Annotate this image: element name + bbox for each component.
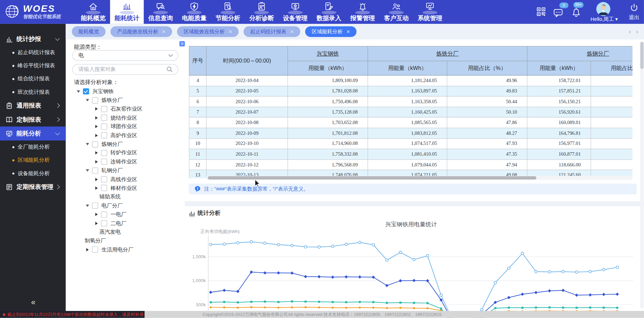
- column-header-兴宝钢铁[interactable]: 兴宝钢铁: [288, 46, 368, 61]
- nav-item-电能质量[interactable]: 电能质量: [177, 0, 211, 24]
- sidebar-group-通用报表[interactable]: 通用报表: [0, 98, 66, 113]
- column-header-炼钢分厂[interactable]: 炼钢分厂: [527, 46, 632, 61]
- tree-node-高线作业区[interactable]: 高线作业区: [66, 175, 182, 184]
- tab-起止码统计报表[interactable]: 起止码统计报表✕: [244, 26, 300, 37]
- tree-toggle-collapsed-icon[interactable]: [94, 187, 99, 190]
- sidebar-item-起止码统计报表[interactable]: 起止码统计报表: [0, 46, 66, 59]
- tree-toggle-collapsed-icon[interactable]: [94, 134, 99, 137]
- tree-toggle-collapsed-icon[interactable]: [94, 178, 99, 181]
- close-tab-icon[interactable]: ✕: [290, 29, 294, 34]
- nav-item-报警管理[interactable]: 报警管理: [346, 0, 379, 24]
- tree-toggle-collapsed-icon[interactable]: [94, 213, 99, 216]
- tab-产品能效在线分析[interactable]: 产品能效在线分析✕: [111, 26, 172, 37]
- column-header-炼铁分厂[interactable]: 炼铁分厂: [368, 46, 527, 61]
- sidebar-item-全厂能耗分析[interactable]: 全厂能耗分析: [0, 141, 66, 154]
- nav-item-数据录入[interactable]: 数据录入: [312, 0, 346, 24]
- tree-node-炼钢分厂[interactable]: 炼钢分厂: [66, 140, 182, 149]
- sidebar-group-定期报表管理[interactable]: 定期报表管理: [0, 180, 66, 194]
- tree-checkbox-unchecked[interactable]: [92, 167, 98, 173]
- nav-item-客户互动[interactable]: 客户互动: [379, 0, 413, 24]
- tabs-scroll-right-icon[interactable]: ›: [636, 28, 638, 35]
- tree-checkbox-unchecked[interactable]: [92, 97, 98, 103]
- sidebar-collapse-button[interactable]: «: [0, 298, 66, 307]
- tree-node-烧结作业区[interactable]: 烧结作业区: [66, 113, 182, 122]
- nav-item-能耗概览[interactable]: 能耗概览: [76, 0, 110, 24]
- user-greeting[interactable]: Hello,周工 ▾: [586, 16, 622, 23]
- tree-checkbox-unchecked[interactable]: [92, 203, 98, 209]
- sidebar-item-班次统计报表[interactable]: 班次统计报表: [0, 85, 66, 98]
- collapse-panel-icon[interactable]: [179, 41, 185, 48]
- close-tab-icon[interactable]: ✕: [346, 29, 350, 34]
- tree-node-二电厂[interactable]: 二电厂: [66, 219, 182, 228]
- tree-toggle-collapsed-icon[interactable]: [94, 116, 99, 120]
- tree-toggle-expanded-icon[interactable]: [85, 169, 90, 172]
- tree-toggle-collapsed-icon[interactable]: [85, 248, 90, 251]
- sidebar-group-能耗分析[interactable]: 能耗分析: [0, 126, 66, 141]
- tab-能耗概览[interactable]: 能耗概览: [72, 26, 106, 37]
- tree-node-轧钢分厂[interactable]: 轧钢分厂: [66, 166, 182, 175]
- tree-checkbox-unchecked[interactable]: [92, 141, 98, 147]
- message-icon[interactable]: [553, 8, 563, 19]
- tree-toggle-collapsed-icon[interactable]: [94, 125, 99, 128]
- tree-toggle-collapsed-icon[interactable]: [94, 222, 99, 225]
- tree-toggle-collapsed-icon[interactable]: [94, 151, 99, 155]
- tabs-scroll-left-icon[interactable]: ‹: [629, 28, 631, 35]
- tree-node-石灰窑作业区[interactable]: 石灰窑作业区: [66, 105, 182, 113]
- nav-item-设备管理[interactable]: 设备管理: [278, 0, 312, 24]
- energy-type-select[interactable]: 电: [72, 50, 178, 61]
- tree-node-生活用电分厂[interactable]: 生活用电分厂: [66, 245, 182, 254]
- tree-checkbox-unchecked[interactable]: [101, 132, 107, 138]
- sidebar-group-统计抄报[interactable]: 统计抄报: [0, 32, 66, 46]
- tree-checkbox-unchecked[interactable]: [101, 211, 107, 217]
- nav-item-信息查询[interactable]: 信息查询: [144, 0, 177, 24]
- tree-checkbox-unchecked[interactable]: [101, 123, 107, 129]
- tree-checkbox-checked[interactable]: [83, 88, 89, 94]
- user-avatar[interactable]: [596, 2, 610, 16]
- tree-checkbox-unchecked[interactable]: [101, 220, 107, 226]
- search-input[interactable]: 请输入搜索对象: [72, 64, 178, 75]
- tree-checkbox-unchecked[interactable]: [101, 185, 107, 191]
- tree-node-一电厂[interactable]: 一电厂: [66, 210, 182, 219]
- tree-toggle-expanded-icon[interactable]: [85, 99, 90, 102]
- sidebar-group-定制报表[interactable]: 定制报表: [0, 113, 66, 127]
- tree-node-制氧分厂[interactable]: 制氧分厂: [66, 236, 182, 245]
- tree-node-高炉作业区[interactable]: 高炉作业区: [66, 131, 182, 140]
- tree-toggle-expanded-icon[interactable]: [85, 204, 90, 207]
- tree-checkbox-unchecked[interactable]: [101, 106, 107, 112]
- tree-node-电厂分厂[interactable]: 电厂分厂: [66, 201, 182, 210]
- sidebar-item-组合统计报表[interactable]: 组合统计报表: [0, 72, 66, 85]
- sidebar-item-峰谷平统计报表[interactable]: 峰谷平统计报表: [0, 59, 66, 72]
- tree-toggle-collapsed-icon[interactable]: [94, 160, 99, 163]
- close-tab-icon[interactable]: ✕: [229, 29, 232, 34]
- tree-node-球团作业区[interactable]: 球团作业区: [66, 122, 182, 131]
- close-tab-icon[interactable]: ✕: [162, 29, 165, 34]
- tree-checkbox-unchecked[interactable]: [101, 150, 107, 156]
- nav-item-节能分析[interactable]: 节能分析: [211, 0, 245, 24]
- hscroll-thumb[interactable]: [208, 176, 536, 180]
- sidebar-item-区域能耗分析[interactable]: 区域能耗分析: [0, 154, 66, 167]
- tab-区域能耗分析[interactable]: 区域能耗分析✕: [305, 26, 357, 37]
- vscroll-thumb[interactable]: [640, 42, 644, 69]
- nav-item-系统管理[interactable]: 系统管理: [413, 0, 447, 24]
- sidebar-item-设备能耗分析[interactable]: 设备能耗分析: [0, 167, 66, 180]
- tab-区域能效在线分析[interactable]: 区域能效在线分析✕: [177, 26, 239, 37]
- tree-node-连铸作业区[interactable]: 连铸作业区: [66, 157, 182, 166]
- tree-checkbox-unchecked[interactable]: [101, 159, 107, 165]
- nav-item-分析诊断[interactable]: 分析诊断: [245, 0, 278, 24]
- tree-node-炼铁分厂[interactable]: 炼铁分厂: [66, 96, 182, 105]
- tree-node-兴宝钢铁[interactable]: 兴宝钢铁: [66, 87, 182, 96]
- tree-node-蒸汽发电[interactable]: 蒸汽发电: [66, 228, 182, 236]
- tree-checkbox-unchecked[interactable]: [101, 115, 107, 121]
- tree-node-转炉作业区[interactable]: 转炉作业区: [66, 149, 182, 157]
- tree-node-棒材作业区[interactable]: 棒材作业区: [66, 184, 182, 193]
- logout-button[interactable]: 退出: [626, 3, 642, 22]
- qr-code-icon[interactable]: [536, 7, 546, 18]
- tree-checkbox-unchecked[interactable]: [92, 246, 98, 252]
- tree-toggle-collapsed-icon[interactable]: [94, 107, 99, 111]
- tree-node-辅助系统[interactable]: 辅助系统: [66, 193, 182, 201]
- tree-toggle-expanded-icon[interactable]: [85, 143, 90, 145]
- nav-item-能耗统计[interactable]: 能耗统计: [110, 0, 144, 24]
- tree-toggle-expanded-icon[interactable]: [76, 90, 81, 92]
- tree-checkbox-unchecked[interactable]: [101, 176, 107, 182]
- alarm-bell-icon[interactable]: [571, 7, 581, 19]
